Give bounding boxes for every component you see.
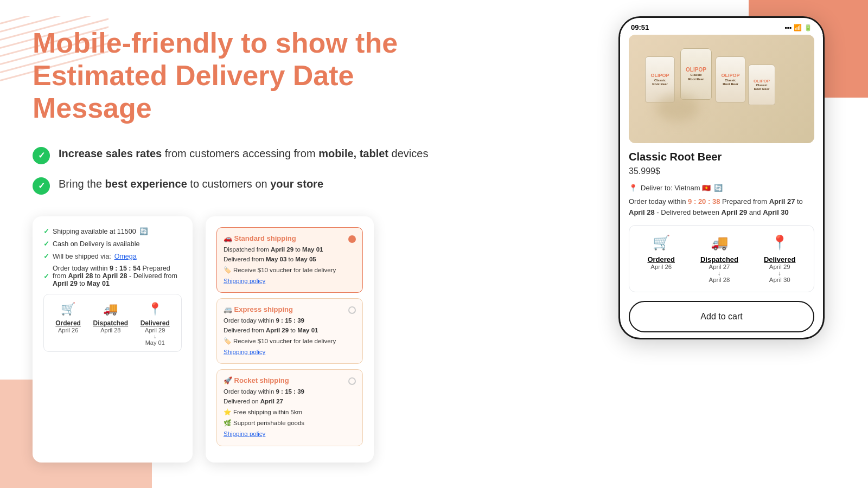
standard-shipping-desc: Dispatched from April 29 to May 01 Deliv… <box>224 245 356 286</box>
status-bar: 09:51 ▪▪▪ 📶 🔋 <box>620 18 823 35</box>
express-shipping-desc: Order today within 9 : 15 : 39 Delivered… <box>224 316 356 357</box>
status-time: 09:51 <box>631 23 649 31</box>
standard-radio[interactable] <box>348 235 356 243</box>
deliver-to-text: Deliver to: Vietnam 🇻🇳 <box>641 184 711 192</box>
phone-dispatched-arrow: ↓ <box>718 270 721 277</box>
screens-row: Shipping available at 11500 🔄 Cash on De… <box>33 216 456 462</box>
phone-dispatched-date-1: April 27 <box>709 264 730 270</box>
rocket-shipping-option[interactable]: 🚀 Rocket shipping Order today within 9 :… <box>216 369 363 446</box>
express-policy-link[interactable]: Shipping policy <box>224 349 265 355</box>
status-icons: ▪▪▪ 📶 🔋 <box>784 24 812 31</box>
wifi-icon: 📶 <box>794 24 802 31</box>
shipped-via-text: Will be shipped via: <box>53 253 111 260</box>
delivered-date-1: April 29 <box>145 327 165 333</box>
rocket-shipping-desc: Order today within 9 : 15 : 39 Delivered… <box>224 387 356 439</box>
express-shipping-title: 🚐 Express shipping <box>224 305 293 313</box>
refresh-icon-1[interactable]: 🔄 <box>139 227 148 235</box>
phone-delivered-date-1: April 29 <box>769 264 790 270</box>
delivered-date-2: May 01 <box>145 339 165 346</box>
phone-delivered-date-2: April 30 <box>769 277 790 283</box>
page-title: Mobile-friendly to show the Estimated De… <box>33 27 456 124</box>
rocket-radio[interactable] <box>348 377 356 385</box>
shipping-available-line: Shipping available at 11500 🔄 <box>43 227 182 235</box>
dispatched-label: Dispatched <box>93 319 128 327</box>
refresh-icon-delivery[interactable]: 🔄 <box>714 184 723 192</box>
product-title: Classic Root Beer <box>629 151 814 163</box>
phone-dispatched-label: Dispatched <box>700 255 738 264</box>
order-timing-text: Order today within 9 : 15 : 54 Prepared … <box>53 265 182 287</box>
standard-shipping-title: 🚗 Standard shipping <box>224 234 296 242</box>
card1-timeline: 🛒 Ordered April 26 🚚 Dispatched April 28… <box>43 294 182 352</box>
phone-timeline-delivered: 📍 Delivered April 29 ↓ April 30 <box>764 234 796 283</box>
order-timing-line: Order today within 9 : 15 : 54 Prepared … <box>43 265 182 287</box>
check-icon-1 <box>33 147 50 164</box>
cart-icon: 🛒 <box>61 302 75 316</box>
right-panel: 09:51 ▪▪▪ 📶 🔋 OLIPOP Classic Root Beer <box>618 16 835 339</box>
dispatched-date: April 28 <box>100 327 120 333</box>
omega-link[interactable]: Omega <box>114 253 137 260</box>
shipped-via-line: Will be shipped via: Omega <box>43 252 182 260</box>
cod-line: Cash on Delivery is available <box>43 240 182 248</box>
phone-pin-icon: 📍 <box>771 234 788 251</box>
express-shipping-option[interactable]: 🚐 Express shipping Order today within 9 … <box>216 298 363 364</box>
pin-icon-delivery: 📍 <box>629 184 637 192</box>
phone-cart-icon: 🛒 <box>653 234 670 251</box>
add-to-cart-button[interactable]: Add to cart <box>629 301 814 332</box>
phone-timeline: 🛒 Ordered April 26 🚚 Dispatched April 27… <box>629 225 814 292</box>
delivered-label: Delivered <box>141 319 170 327</box>
timeline-step-delivered: 📍 Delivered April 29 ↓ May 01 <box>141 302 170 346</box>
phone-dispatched-date-2: April 28 <box>709 277 730 283</box>
shipping-available-text: Shipping available at 11500 <box>53 228 136 235</box>
product-image: OLIPOP Classic Root Beer OLIPOP Classic … <box>629 35 814 143</box>
signal-icon: ▪▪▪ <box>784 24 792 31</box>
standard-policy-link[interactable]: Shipping policy <box>224 278 265 284</box>
shipping-options-card: 🚗 Standard shipping Dispatched from Apri… <box>206 216 374 462</box>
timeline-step-ordered: 🛒 Ordered April 26 <box>55 302 81 346</box>
phone-timeline-ordered: 🛒 Ordered April 26 <box>647 234 675 283</box>
shipping-info-card: Shipping available at 11500 🔄 Cash on De… <box>33 216 193 462</box>
ordered-date: April 26 <box>58 327 78 333</box>
standard-shipping-option[interactable]: 🚗 Standard shipping Dispatched from Apri… <box>216 227 363 293</box>
feature-text-1: Increase sales rates from customers acce… <box>59 146 428 161</box>
phone-delivered-label: Delivered <box>764 255 796 264</box>
feature-text-2: Bring the best experience to customers o… <box>59 176 323 191</box>
feature-item-2: Bring the best experience to customers o… <box>33 176 456 195</box>
phone-truck-icon: 🚚 <box>711 234 728 251</box>
product-price: 35.999$ <box>629 166 814 176</box>
rocket-policy-link[interactable]: Shipping policy <box>224 431 265 437</box>
battery-icon: 🔋 <box>804 24 812 31</box>
truck-icon: 🚚 <box>103 302 118 316</box>
phone-ordered-label: Ordered <box>647 255 675 264</box>
phone-delivered-arrow: ↓ <box>778 270 781 277</box>
feature-item-1: Increase sales rates from customers acce… <box>33 146 456 164</box>
phone-timeline-dispatched: 🚚 Dispatched April 27 ↓ April 28 <box>700 234 738 283</box>
timeline-step-dispatched: 🚚 Dispatched April 28 <box>93 302 128 346</box>
express-radio[interactable] <box>348 306 356 314</box>
left-panel: Mobile-friendly to show the Estimated De… <box>33 27 456 463</box>
features-list: Increase sales rates from customers acce… <box>33 146 456 195</box>
deliver-to: 📍 Deliver to: Vietnam 🇻🇳 🔄 <box>629 184 814 192</box>
ordered-label: Ordered <box>55 319 81 327</box>
phone-frame: 09:51 ▪▪▪ 📶 🔋 OLIPOP Classic Root Beer <box>618 16 825 339</box>
pin-icon: 📍 <box>148 302 162 316</box>
phone-ordered-date: April 26 <box>650 264 672 270</box>
cod-text: Cash on Delivery is available <box>53 240 140 248</box>
order-timing: Order today within 9 : 20 : 38 Prepared … <box>629 196 814 217</box>
phone-content: OLIPOP Classic Root Beer OLIPOP Classic … <box>620 35 823 338</box>
check-icon-2 <box>33 177 50 195</box>
delivered-arrow: ↓ <box>154 333 156 339</box>
rocket-shipping-title: 🚀 Rocket shipping <box>224 376 289 384</box>
